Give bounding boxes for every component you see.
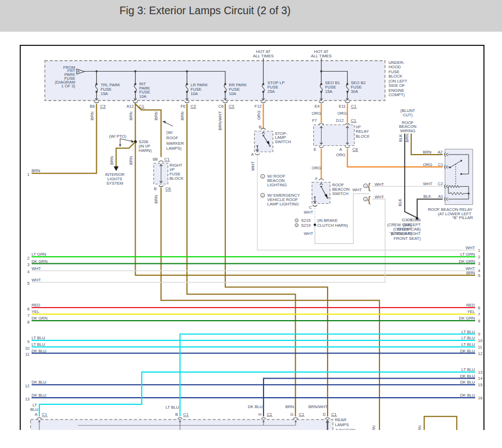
svg-text:14: 14 — [478, 376, 482, 381]
svg-text:DK BLU: DK BLU — [460, 349, 475, 353]
svg-text:YEL: YEL — [467, 309, 475, 314]
svg-text:10: 10 — [25, 346, 30, 351]
svg-text:{: { — [367, 181, 371, 191]
svg-text:BLK: BLK — [398, 198, 402, 206]
svg-text:BRN: BRN — [405, 134, 410, 143]
svg-text:S219: S219 — [301, 223, 311, 228]
svg-text:6B: 6B — [153, 157, 157, 162]
svg-text:YEL: YEL — [32, 309, 39, 314]
svg-text:ORG: ORG — [423, 162, 432, 167]
svg-text:DK BLU: DK BLU — [460, 374, 475, 379]
svg-text:MARKER: MARKER — [166, 141, 184, 146]
svg-text:C6: C6 — [218, 104, 224, 109]
svg-text:13: 13 — [478, 370, 482, 375]
svg-text:11: 11 — [478, 345, 482, 350]
svg-text:2: 2 — [27, 256, 30, 261]
svg-text:WHT: WHT — [32, 266, 41, 271]
svg-text:C1: C1 — [351, 104, 357, 109]
svg-text:BRN: BRN — [423, 150, 431, 155]
svg-text:C1: C1 — [42, 412, 48, 417]
svg-text:WHT: WHT — [303, 210, 313, 215]
svg-text:A12: A12 — [126, 104, 133, 109]
svg-text:BLOCK: BLOCK — [356, 134, 370, 139]
svg-text:10: 10 — [478, 338, 482, 343]
svg-text:BRN: BRN — [285, 404, 294, 409]
svg-text:A1: A1 — [438, 194, 443, 199]
svg-text:5: 5 — [27, 281, 30, 286]
svg-text:LT BLU: LT BLU — [462, 329, 475, 334]
svg-text:A: A — [339, 147, 342, 152]
svg-text:WHT: WHT — [303, 231, 313, 236]
svg-text:C3: C3 — [100, 104, 106, 109]
svg-text:ORG: ORG — [312, 111, 321, 116]
svg-text:LT BLU: LT BLU — [166, 405, 179, 410]
svg-text:SWITCH: SWITCH — [332, 191, 349, 196]
svg-text:C2: C2 — [438, 181, 443, 186]
svg-text:12: 12 — [25, 384, 30, 388]
svg-text:BRN/WHT: BRN/WHT — [308, 404, 328, 409]
svg-text:BRN: BRN — [109, 156, 114, 165]
svg-text:(W/: (W/ — [166, 130, 173, 135]
svg-text:ALL TIMES: ALL TIMES — [311, 54, 332, 58]
svg-text:DK GRN: DK GRN — [459, 316, 475, 321]
svg-text:BLK: BLK — [398, 134, 403, 142]
svg-text:BLU: BLU — [30, 407, 38, 412]
svg-text:E11: E11 — [339, 104, 346, 109]
svg-text:11: 11 — [25, 352, 30, 357]
svg-text:DK BLU: DK BLU — [248, 404, 262, 409]
svg-text:7: 7 — [478, 312, 480, 317]
svg-text:ALL TIMES: ALL TIMES — [253, 54, 274, 58]
svg-text:13: 13 — [25, 397, 30, 402]
svg-text:BRN: BRN — [32, 168, 40, 173]
svg-text:1 OF 3): 1 OF 3) — [61, 84, 75, 89]
svg-text:DK GRN: DK GRN — [32, 259, 48, 264]
svg-text:3: 3 — [27, 262, 30, 267]
svg-text:10A: 10A — [229, 91, 236, 96]
svg-text:C8: C8 — [353, 147, 358, 152]
svg-text:SWITCH: SWITCH — [275, 139, 291, 144]
svg-text:BRN: BRN — [466, 270, 475, 275]
svg-text:C1: C1 — [331, 412, 337, 417]
svg-text:CUT): CUT) — [403, 113, 413, 117]
svg-text:COMPT): COMPT) — [388, 92, 405, 97]
svg-text:ORG: ORG — [312, 166, 321, 170]
svg-text:LT BLU: LT BLU — [32, 335, 45, 340]
svg-text:Fig 3: Exterior Lamps Circuit: Fig 3: Exterior Lamps Circuit (2 of 3) — [119, 4, 290, 16]
svg-text:B: B — [154, 186, 156, 191]
svg-text:1: 1 — [478, 248, 480, 253]
svg-text:B: B — [259, 125, 261, 129]
svg-text:30A: 30A — [351, 89, 358, 94]
svg-text:BRN: BRN — [154, 111, 159, 120]
svg-text:BLK: BLK — [423, 194, 431, 199]
svg-text:15A: 15A — [101, 91, 108, 96]
svg-text:DK GRN: DK GRN — [32, 316, 48, 321]
svg-text:2: 2 — [478, 255, 480, 260]
svg-text:CLUTCH HARN): CLUTCH HARN) — [317, 223, 348, 228]
svg-text:E4: E4 — [314, 104, 319, 109]
svg-text:F6: F6 — [180, 104, 185, 109]
svg-text:BRN: BRN — [129, 156, 133, 165]
svg-text:BRN: BRN — [90, 111, 95, 120]
svg-text:D: D — [323, 412, 326, 417]
svg-text:25A: 25A — [267, 89, 275, 94]
svg-text:LT BLU: LT BLU — [462, 367, 475, 372]
svg-text:LT GRN: LT GRN — [460, 252, 475, 257]
svg-text:LAMP LIGHTING: LAMP LIGHTING — [267, 202, 299, 207]
svg-text:DK BLU: DK BLU — [32, 393, 46, 398]
svg-text:3: 3 — [478, 261, 480, 266]
svg-text:DK BLU: DK BLU — [32, 349, 46, 353]
svg-text:C1: C1 — [267, 412, 272, 417]
svg-text:1: 1 — [27, 172, 30, 177]
svg-text:BRN/WHT: BRN/WHT — [218, 111, 223, 130]
svg-text:LT BLU: LT BLU — [462, 335, 475, 340]
svg-text:6: 6 — [27, 306, 30, 311]
svg-text:HARN): HARN) — [139, 148, 152, 153]
svg-text:C3: C3 — [229, 104, 234, 109]
svg-text:5: 5 — [478, 273, 480, 278]
svg-text:RED: RED — [32, 303, 40, 308]
svg-text:F12: F12 — [255, 104, 262, 109]
svg-text:C1: C1 — [438, 162, 443, 167]
svg-text:(W/ PTO): (W/ PTO) — [109, 134, 126, 139]
svg-text:H: H — [258, 412, 261, 417]
svg-text:15: 15 — [478, 382, 482, 387]
